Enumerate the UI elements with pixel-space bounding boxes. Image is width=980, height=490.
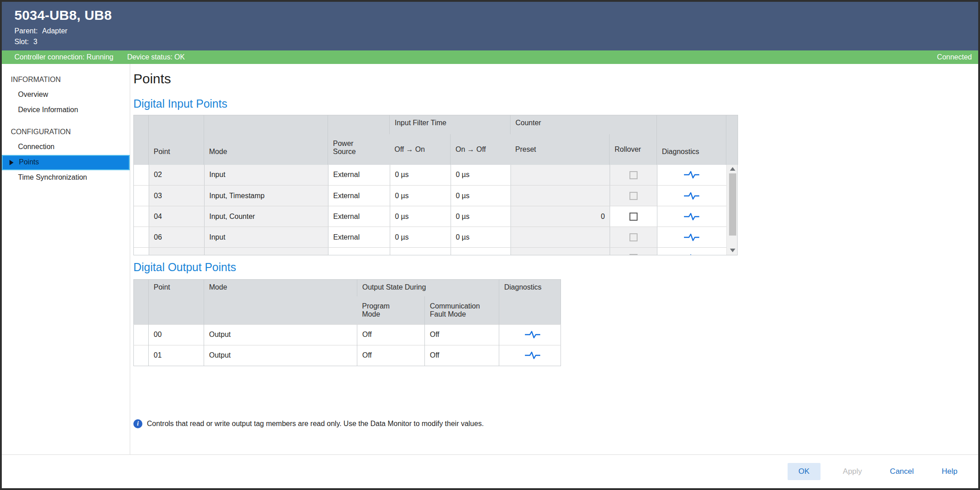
cell-filter-off-on[interactable]: 0 µs: [390, 227, 451, 248]
cell-diagnostics[interactable]: [657, 206, 726, 227]
cell-preset[interactable]: 0: [511, 206, 610, 227]
col-header-rollover: Rollover: [610, 134, 657, 165]
cell-filter-off-on[interactable]: 0 µs: [390, 186, 451, 206]
note-text: Controls that read or write output tag m…: [147, 420, 484, 428]
cell-filter-on-off[interactable]: 0 µs: [451, 165, 511, 186]
col-header-mode: Mode: [204, 279, 357, 324]
device-title: 5034-UB8, UB8: [14, 8, 978, 23]
cell-preset: [511, 227, 610, 248]
device-status: Device status: OK: [127, 53, 185, 61]
rollover-checkbox[interactable]: [629, 192, 638, 200]
diagnostics-pulse-icon: [525, 330, 540, 339]
cell-program-mode[interactable]: Off: [357, 324, 425, 345]
cell-preset: [511, 248, 610, 255]
cell-power-source[interactable]: External: [328, 248, 390, 255]
input-row-03: 03 Input, Timestamp External 0 µs 0 µs: [134, 186, 726, 206]
cell-comm-fault-mode[interactable]: Off: [425, 345, 499, 366]
digital-input-points-heading: Digital Input Points: [133, 97, 978, 110]
info-icon: i: [133, 419, 142, 428]
slot-row: Slot:3: [14, 38, 978, 46]
cell-diagnostics[interactable]: [499, 345, 561, 366]
cell-filter-off-on[interactable]: 0 µs: [390, 165, 451, 186]
rollover-checkbox[interactable]: [629, 213, 638, 221]
scrollbar-spacer-header: [726, 115, 738, 165]
cell-diagnostics[interactable]: [657, 248, 726, 255]
col-header-power-source: Power Source: [328, 115, 390, 165]
selected-arrow-icon: [9, 160, 14, 165]
cell-power-source[interactable]: External: [328, 206, 390, 227]
cell-power-source[interactable]: External: [328, 186, 390, 206]
cell-mode[interactable]: Input: [204, 165, 328, 186]
digital-input-points-table: Point Mode Power Source Input Filter Tim…: [133, 115, 978, 255]
cell-filter-on-off[interactable]: 0 µs: [451, 186, 511, 206]
diagnostics-pulse-icon: [684, 191, 699, 200]
cell-rollover: [610, 227, 657, 248]
output-row-00: 00 Output Off Off: [134, 324, 561, 345]
parent-row: Parent:Adapter: [14, 27, 978, 35]
row-selector[interactable]: [134, 227, 149, 248]
scrollbar-thumb[interactable]: [729, 173, 736, 236]
row-selector[interactable]: [134, 248, 149, 255]
cell-mode[interactable]: Input: [204, 227, 328, 248]
cell-diagnostics[interactable]: [657, 186, 726, 206]
col-group-counter: Counter: [511, 115, 657, 134]
cell-diagnostics[interactable]: [499, 324, 561, 345]
slot-value: 3: [33, 38, 37, 45]
input-table-viewport: 02 Input External 0 µs 0 µs 03: [133, 165, 738, 255]
cell-filter-on-off[interactable]: 0 µs: [451, 227, 511, 248]
sidebar-item-time-synchronization[interactable]: Time Synchronization: [2, 170, 130, 186]
ok-button[interactable]: OK: [788, 463, 820, 480]
row-selector[interactable]: [134, 206, 149, 227]
row-selector[interactable]: [134, 165, 149, 186]
cell-mode[interactable]: Output: [204, 324, 357, 345]
cell-power-source[interactable]: External: [328, 227, 390, 248]
cell-mode[interactable]: Input: [204, 248, 328, 255]
cell-filter-on-off[interactable]: 0 µs: [451, 206, 511, 227]
digital-output-points-heading: Digital Output Points: [133, 261, 978, 274]
rollover-checkbox[interactable]: [629, 171, 638, 179]
row-selector[interactable]: [134, 345, 149, 366]
sidebar-item-overview[interactable]: Overview: [2, 87, 130, 103]
input-table-scrollbar[interactable]: [726, 165, 738, 255]
cell-mode[interactable]: Input, Counter: [204, 206, 328, 227]
input-row-06: 06 Input External 0 µs 0 µs: [134, 227, 726, 248]
input-row-02: 02 Input External 0 µs 0 µs: [134, 165, 726, 186]
status-bar: Controller connection: Running Device st…: [2, 50, 978, 64]
sidebar-item-connection[interactable]: Connection: [2, 140, 130, 155]
sidebar-item-points[interactable]: Points: [2, 155, 130, 170]
sidebar-item-device-information[interactable]: Device Information: [2, 103, 130, 118]
row-selector-header: [134, 115, 149, 165]
scrollbar-up-button[interactable]: [727, 165, 738, 173]
down-arrow-icon: [730, 249, 735, 252]
rollover-checkbox[interactable]: [629, 254, 638, 255]
cell-mode[interactable]: Output: [204, 345, 357, 366]
cell-mode[interactable]: Input, Timestamp: [204, 186, 328, 206]
cell-comm-fault-mode[interactable]: Off: [425, 324, 499, 345]
col-header-preset: Preset: [511, 134, 610, 165]
input-row-04: 04 Input, Counter External 0 µs 0 µs 0: [134, 206, 726, 227]
slot-label: Slot:: [14, 38, 29, 45]
cell-power-source[interactable]: External: [328, 165, 390, 186]
cell-point: 07: [149, 248, 204, 255]
cell-diagnostics[interactable]: [657, 165, 726, 186]
row-selector[interactable]: [134, 324, 149, 345]
cell-preset: [511, 165, 610, 186]
apply-button[interactable]: Apply: [838, 463, 868, 480]
cell-filter-on-off[interactable]: 0 µs: [451, 248, 511, 255]
row-selector[interactable]: [134, 186, 149, 206]
cell-filter-off-on[interactable]: 0 µs: [390, 206, 451, 227]
input-table-header: Point Mode Power Source Input Filter Tim…: [133, 115, 738, 165]
cell-program-mode[interactable]: Off: [357, 345, 425, 366]
scrollbar-down-button[interactable]: [727, 246, 738, 255]
help-button[interactable]: Help: [936, 463, 963, 480]
col-header-point: Point: [149, 115, 204, 165]
cell-rollover: [610, 206, 657, 227]
col-group-output-state-during: Output State During: [357, 279, 499, 296]
cell-diagnostics[interactable]: [657, 227, 726, 248]
diagnostics-pulse-icon: [525, 351, 540, 360]
col-header-diagnostics: Diagnostics: [657, 115, 726, 165]
rollover-checkbox[interactable]: [629, 233, 638, 241]
cell-filter-off-on[interactable]: 0 µs: [390, 248, 451, 255]
read-only-note: i Controls that read or write output tag…: [133, 419, 978, 428]
cancel-button[interactable]: Cancel: [884, 463, 919, 480]
